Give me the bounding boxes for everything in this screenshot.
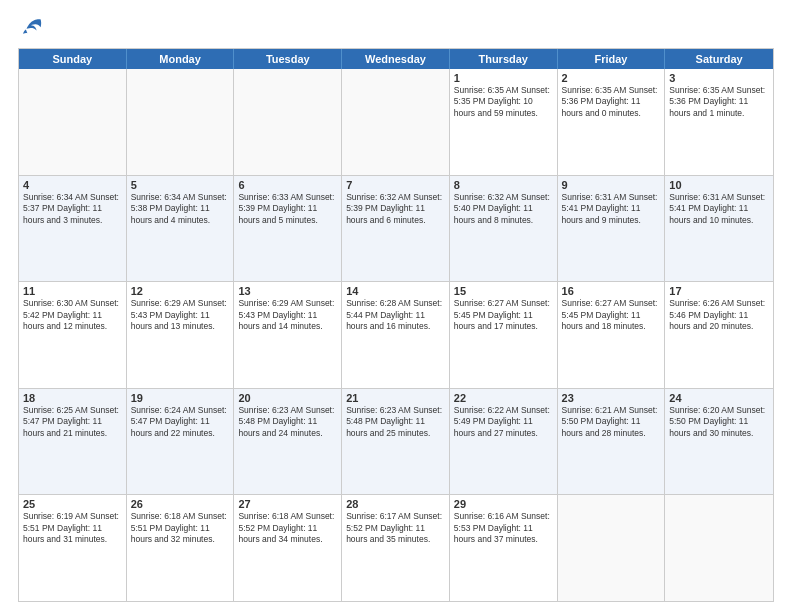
header-cell-thursday: Thursday xyxy=(450,49,558,69)
day-number: 6 xyxy=(238,179,337,191)
calendar-cell: 7Sunrise: 6:32 AM Sunset: 5:39 PM Daylig… xyxy=(342,176,450,282)
cell-info: Sunrise: 6:29 AM Sunset: 5:43 PM Dayligh… xyxy=(238,298,337,332)
calendar-cell xyxy=(19,69,127,175)
cell-info: Sunrise: 6:23 AM Sunset: 5:48 PM Dayligh… xyxy=(238,405,337,439)
day-number: 14 xyxy=(346,285,445,297)
cell-info: Sunrise: 6:31 AM Sunset: 5:41 PM Dayligh… xyxy=(562,192,661,226)
cell-info: Sunrise: 6:35 AM Sunset: 5:36 PM Dayligh… xyxy=(669,85,769,119)
calendar-cell xyxy=(127,69,235,175)
cell-info: Sunrise: 6:21 AM Sunset: 5:50 PM Dayligh… xyxy=(562,405,661,439)
cell-info: Sunrise: 6:19 AM Sunset: 5:51 PM Dayligh… xyxy=(23,511,122,545)
calendar-cell: 27Sunrise: 6:18 AM Sunset: 5:52 PM Dayli… xyxy=(234,495,342,601)
calendar-cell: 24Sunrise: 6:20 AM Sunset: 5:50 PM Dayli… xyxy=(665,389,773,495)
calendar-cell: 13Sunrise: 6:29 AM Sunset: 5:43 PM Dayli… xyxy=(234,282,342,388)
calendar-cell: 9Sunrise: 6:31 AM Sunset: 5:41 PM Daylig… xyxy=(558,176,666,282)
calendar-cell: 1Sunrise: 6:35 AM Sunset: 5:35 PM Daylig… xyxy=(450,69,558,175)
day-number: 29 xyxy=(454,498,553,510)
cell-info: Sunrise: 6:32 AM Sunset: 5:39 PM Dayligh… xyxy=(346,192,445,226)
calendar-cell: 8Sunrise: 6:32 AM Sunset: 5:40 PM Daylig… xyxy=(450,176,558,282)
day-number: 27 xyxy=(238,498,337,510)
header-cell-tuesday: Tuesday xyxy=(234,49,342,69)
cell-info: Sunrise: 6:25 AM Sunset: 5:47 PM Dayligh… xyxy=(23,405,122,439)
header-cell-sunday: Sunday xyxy=(19,49,127,69)
calendar-cell xyxy=(665,495,773,601)
calendar-week-2: 4Sunrise: 6:34 AM Sunset: 5:37 PM Daylig… xyxy=(19,176,773,283)
calendar-cell: 16Sunrise: 6:27 AM Sunset: 5:45 PM Dayli… xyxy=(558,282,666,388)
day-number: 3 xyxy=(669,72,769,84)
calendar-cell: 11Sunrise: 6:30 AM Sunset: 5:42 PM Dayli… xyxy=(19,282,127,388)
calendar-cell: 20Sunrise: 6:23 AM Sunset: 5:48 PM Dayli… xyxy=(234,389,342,495)
day-number: 17 xyxy=(669,285,769,297)
calendar-cell: 29Sunrise: 6:16 AM Sunset: 5:53 PM Dayli… xyxy=(450,495,558,601)
calendar-cell: 28Sunrise: 6:17 AM Sunset: 5:52 PM Dayli… xyxy=(342,495,450,601)
cell-info: Sunrise: 6:22 AM Sunset: 5:49 PM Dayligh… xyxy=(454,405,553,439)
calendar-header-row: SundayMondayTuesdayWednesdayThursdayFrid… xyxy=(19,49,773,69)
day-number: 9 xyxy=(562,179,661,191)
day-number: 22 xyxy=(454,392,553,404)
calendar-week-3: 11Sunrise: 6:30 AM Sunset: 5:42 PM Dayli… xyxy=(19,282,773,389)
logo-bird-icon xyxy=(20,16,42,38)
cell-info: Sunrise: 6:30 AM Sunset: 5:42 PM Dayligh… xyxy=(23,298,122,332)
calendar-cell: 21Sunrise: 6:23 AM Sunset: 5:48 PM Dayli… xyxy=(342,389,450,495)
page-header xyxy=(18,16,774,38)
day-number: 13 xyxy=(238,285,337,297)
calendar-cell: 14Sunrise: 6:28 AM Sunset: 5:44 PM Dayli… xyxy=(342,282,450,388)
calendar-cell: 5Sunrise: 6:34 AM Sunset: 5:38 PM Daylig… xyxy=(127,176,235,282)
header-cell-wednesday: Wednesday xyxy=(342,49,450,69)
day-number: 23 xyxy=(562,392,661,404)
day-number: 20 xyxy=(238,392,337,404)
calendar-cell: 17Sunrise: 6:26 AM Sunset: 5:46 PM Dayli… xyxy=(665,282,773,388)
cell-info: Sunrise: 6:27 AM Sunset: 5:45 PM Dayligh… xyxy=(454,298,553,332)
day-number: 11 xyxy=(23,285,122,297)
day-number: 8 xyxy=(454,179,553,191)
cell-info: Sunrise: 6:32 AM Sunset: 5:40 PM Dayligh… xyxy=(454,192,553,226)
day-number: 2 xyxy=(562,72,661,84)
day-number: 15 xyxy=(454,285,553,297)
cell-info: Sunrise: 6:27 AM Sunset: 5:45 PM Dayligh… xyxy=(562,298,661,332)
day-number: 21 xyxy=(346,392,445,404)
calendar-cell: 15Sunrise: 6:27 AM Sunset: 5:45 PM Dayli… xyxy=(450,282,558,388)
calendar-cell xyxy=(558,495,666,601)
calendar-cell: 19Sunrise: 6:24 AM Sunset: 5:47 PM Dayli… xyxy=(127,389,235,495)
cell-info: Sunrise: 6:17 AM Sunset: 5:52 PM Dayligh… xyxy=(346,511,445,545)
cell-info: Sunrise: 6:18 AM Sunset: 5:52 PM Dayligh… xyxy=(238,511,337,545)
header-cell-monday: Monday xyxy=(127,49,235,69)
day-number: 26 xyxy=(131,498,230,510)
calendar-week-4: 18Sunrise: 6:25 AM Sunset: 5:47 PM Dayli… xyxy=(19,389,773,496)
calendar-cell: 3Sunrise: 6:35 AM Sunset: 5:36 PM Daylig… xyxy=(665,69,773,175)
calendar-cell: 23Sunrise: 6:21 AM Sunset: 5:50 PM Dayli… xyxy=(558,389,666,495)
calendar-week-1: 1Sunrise: 6:35 AM Sunset: 5:35 PM Daylig… xyxy=(19,69,773,176)
cell-info: Sunrise: 6:18 AM Sunset: 5:51 PM Dayligh… xyxy=(131,511,230,545)
day-number: 16 xyxy=(562,285,661,297)
cell-info: Sunrise: 6:28 AM Sunset: 5:44 PM Dayligh… xyxy=(346,298,445,332)
cell-info: Sunrise: 6:20 AM Sunset: 5:50 PM Dayligh… xyxy=(669,405,769,439)
calendar-cell: 22Sunrise: 6:22 AM Sunset: 5:49 PM Dayli… xyxy=(450,389,558,495)
calendar-cell: 12Sunrise: 6:29 AM Sunset: 5:43 PM Dayli… xyxy=(127,282,235,388)
header-cell-friday: Friday xyxy=(558,49,666,69)
calendar-cell xyxy=(234,69,342,175)
cell-info: Sunrise: 6:35 AM Sunset: 5:36 PM Dayligh… xyxy=(562,85,661,119)
cell-info: Sunrise: 6:33 AM Sunset: 5:39 PM Dayligh… xyxy=(238,192,337,226)
calendar-cell: 10Sunrise: 6:31 AM Sunset: 5:41 PM Dayli… xyxy=(665,176,773,282)
calendar-cell: 26Sunrise: 6:18 AM Sunset: 5:51 PM Dayli… xyxy=(127,495,235,601)
logo xyxy=(18,16,42,38)
cell-info: Sunrise: 6:34 AM Sunset: 5:38 PM Dayligh… xyxy=(131,192,230,226)
calendar-week-5: 25Sunrise: 6:19 AM Sunset: 5:51 PM Dayli… xyxy=(19,495,773,601)
day-number: 24 xyxy=(669,392,769,404)
calendar-cell: 2Sunrise: 6:35 AM Sunset: 5:36 PM Daylig… xyxy=(558,69,666,175)
header-cell-saturday: Saturday xyxy=(665,49,773,69)
calendar-cell: 18Sunrise: 6:25 AM Sunset: 5:47 PM Dayli… xyxy=(19,389,127,495)
cell-info: Sunrise: 6:29 AM Sunset: 5:43 PM Dayligh… xyxy=(131,298,230,332)
day-number: 28 xyxy=(346,498,445,510)
calendar: SundayMondayTuesdayWednesdayThursdayFrid… xyxy=(18,48,774,602)
calendar-cell: 4Sunrise: 6:34 AM Sunset: 5:37 PM Daylig… xyxy=(19,176,127,282)
cell-info: Sunrise: 6:16 AM Sunset: 5:53 PM Dayligh… xyxy=(454,511,553,545)
cell-info: Sunrise: 6:35 AM Sunset: 5:35 PM Dayligh… xyxy=(454,85,553,119)
day-number: 1 xyxy=(454,72,553,84)
calendar-cell: 25Sunrise: 6:19 AM Sunset: 5:51 PM Dayli… xyxy=(19,495,127,601)
day-number: 12 xyxy=(131,285,230,297)
cell-info: Sunrise: 6:23 AM Sunset: 5:48 PM Dayligh… xyxy=(346,405,445,439)
day-number: 5 xyxy=(131,179,230,191)
day-number: 7 xyxy=(346,179,445,191)
day-number: 18 xyxy=(23,392,122,404)
